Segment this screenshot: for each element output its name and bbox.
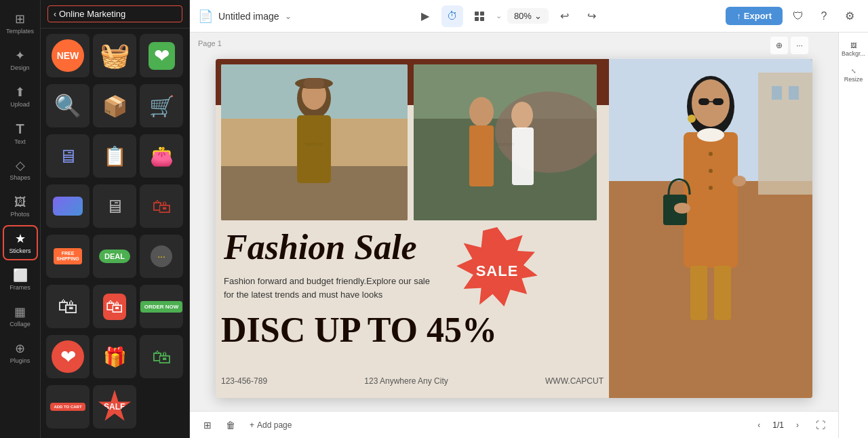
tool-text[interactable]: T Text [3, 115, 38, 151]
tool-upload[interactable]: ⬆ Upload [3, 79, 38, 114]
sticker-gift-red[interactable]: 🎁 [93, 335, 136, 378]
tool-frames[interactable]: ⬜ Frames [3, 262, 38, 297]
sticker-deal[interactable]: DEAL [93, 235, 136, 278]
background-icon: 🖼 [850, 42, 856, 49]
plugins-label: Plugins [10, 357, 31, 364]
sticker-document[interactable]: 📋 [93, 134, 136, 178]
sticker-credit-card[interactable] [46, 184, 90, 228]
svg-rect-39 [690, 266, 707, 320]
page-indicator: 1/1 [772, 420, 784, 430]
design-canvas[interactable]: fashion [216, 59, 812, 398]
add-page-button[interactable]: + Add page [244, 418, 297, 433]
collage-label: Collage [9, 321, 31, 327]
undo-button[interactable]: ↩ [554, 5, 576, 27]
fashion-sale-subtitle: Fashion forward and budget friendly.Expl… [224, 275, 441, 301]
sticker-basket[interactable]: 🧺 [93, 34, 136, 77]
sticker-sale-star[interactable]: SALE [93, 385, 136, 429]
photo-top-left[interactable]: fashion [221, 64, 408, 220]
svg-point-16 [469, 97, 494, 127]
frames-label: Frames [9, 284, 31, 291]
tool-stickers[interactable]: ★ Stickers [3, 225, 38, 260]
templates-icon: ⊞ [15, 12, 25, 26]
top-bar-left: 📄 Untitled image ⌄ [198, 9, 292, 24]
sticker-wallet[interactable]: 👛 [140, 134, 183, 178]
sticker-bag-outline[interactable]: 🛍 [46, 285, 90, 328]
sticker-bag-green[interactable]: 🛍 [140, 335, 183, 378]
background-button[interactable]: 🖼 Backgr... [842, 38, 866, 61]
svg-point-38 [732, 176, 746, 186]
top-bar: 📄 Untitled image ⌄ ▶ ⏱ ⌄ 80% ⌄ ↩ ↪ ↑ [190, 0, 868, 33]
help-icon[interactable]: ? [814, 6, 834, 26]
tool-photos[interactable]: 🖼 Photos [3, 188, 38, 224]
fashion-photo-1: fashion [221, 64, 408, 220]
tool-shapes[interactable]: ◇ Shapes [3, 152, 38, 187]
timer-button[interactable]: ⏱ [441, 5, 463, 27]
top-bar-center: ▶ ⏱ ⌄ 80% ⌄ ↩ ↪ [300, 5, 718, 27]
sticker-bag-dark[interactable]: 🛍 [140, 184, 183, 228]
back-button[interactable]: ‹ Online Marketing [47, 5, 182, 22]
upload-label: Upload [10, 101, 30, 108]
settings-icon[interactable]: ⚙ [840, 6, 860, 26]
sticker-heart-message[interactable]: ❤ [140, 34, 183, 77]
plugins-icon: ⊕ [15, 341, 25, 356]
layout-button[interactable] [469, 5, 490, 27]
tool-templates[interactable]: ⊞ Templates [3, 5, 38, 41]
zoom-control[interactable]: 80% ⌄ [507, 8, 549, 24]
resize-button[interactable]: ⤡ Resize [842, 64, 866, 87]
sale-starburst: SALE [453, 227, 541, 315]
sticker-new-badge[interactable]: NEW [46, 34, 90, 77]
canvas-option-1[interactable]: ⊕ [770, 37, 788, 54]
grid-view-button[interactable]: ⊞ [198, 416, 217, 435]
panel-header: ‹ Online Marketing [41, 0, 189, 28]
fashion-sale-text: Fashion Sale [224, 228, 417, 266]
shield-icon[interactable]: 🛡 [788, 6, 808, 26]
text-icon: T [16, 121, 24, 137]
fullscreen-button[interactable]: ⛶ [811, 416, 830, 435]
redo-button[interactable]: ↪ [581, 5, 603, 27]
sticker-desktop[interactable]: 🖥 [93, 184, 136, 228]
svg-rect-30 [713, 98, 724, 105]
delete-page-button[interactable]: 🗑 [221, 416, 240, 435]
sticker-browser[interactable]: 🖥 [46, 134, 90, 178]
play-button[interactable]: ▶ [414, 5, 436, 27]
sticker-search[interactable]: 🔍 [46, 84, 90, 127]
tool-collage[interactable]: ▦ Collage [3, 298, 38, 334]
sticker-credit-visual [53, 197, 83, 216]
svg-point-33 [709, 152, 713, 156]
phone-text: 123-456-789 [221, 376, 267, 386]
sticker-free-shipping[interactable]: FREESHIPPING [46, 235, 90, 278]
sticker-box[interactable]: 📦 [93, 84, 136, 127]
photo-top-center[interactable]: fashion [414, 64, 597, 220]
bottom-bar-right: ‹ 1/1 › ⛶ [751, 416, 830, 435]
add-page-label: Add page [257, 420, 292, 430]
sticker-add-to-cart[interactable]: ADD TO CART [46, 385, 90, 429]
sticker-cart-blue[interactable]: 🛒 [140, 84, 183, 127]
templates-label: Templates [6, 28, 34, 35]
stickers-label: Stickers [9, 247, 31, 254]
website-text: WWW.CAPCUT [545, 376, 604, 386]
export-button[interactable]: ↑ Export [726, 7, 783, 25]
frames-icon: ⬜ [13, 268, 28, 283]
tool-design[interactable]: ✦ Design [3, 42, 38, 77]
sticker-heart-red[interactable]: ❤ [46, 335, 90, 378]
canvas-right-section [609, 59, 812, 398]
sticker-deal-visual: DEAL [99, 250, 130, 263]
svg-rect-0 [475, 12, 479, 16]
tool-plugins[interactable]: ⊕ Plugins [3, 335, 38, 370]
canvas-option-2[interactable]: ··· [791, 37, 808, 54]
document-chevron-icon[interactable]: ⌄ [285, 12, 292, 21]
svg-rect-1 [480, 12, 484, 16]
shapes-icon: ◇ [16, 158, 25, 173]
stickers-panel: ‹ Online Marketing NEW 🧺 ❤ 🔍 📦 🛒 🖥 📋 [41, 0, 190, 438]
sticker-chat-dots[interactable]: ··· [140, 235, 183, 278]
page-next-button[interactable]: › [789, 417, 806, 433]
sticker-desktop-icon: 🖥 [105, 195, 124, 218]
sticker-order-now[interactable]: ORDER NOW [140, 285, 183, 328]
sticker-sale-star-visual: SALE [98, 390, 132, 424]
back-arrow-icon: ‹ [54, 9, 56, 19]
page-prev-button[interactable]: ‹ [751, 417, 767, 433]
sticker-bag-green-icon: 🛍 [152, 346, 171, 368]
sticker-bag-white[interactable]: 🛍 [93, 285, 136, 328]
main-area: 📄 Untitled image ⌄ ▶ ⏱ ⌄ 80% ⌄ ↩ ↪ ↑ [190, 0, 868, 438]
text-label: Text [14, 138, 26, 145]
